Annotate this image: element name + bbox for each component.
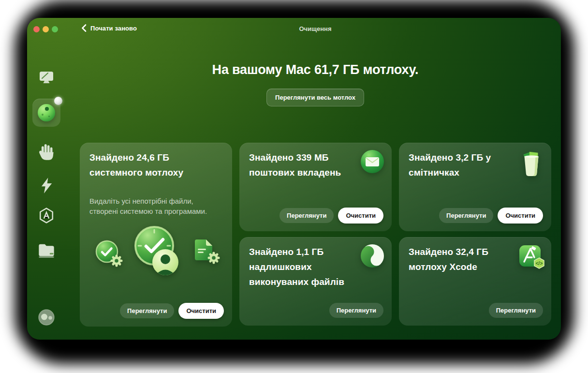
review-all-junk-button[interactable]: Переглянути весь мотлох xyxy=(266,89,364,106)
junk-summary-headline: На вашому Mac 61,7 ГБ мотлоху. xyxy=(70,62,561,77)
sidebar-item-cleanup-active[interactable] xyxy=(32,99,60,127)
clean-button[interactable]: Очистити xyxy=(178,303,224,319)
review-button[interactable]: Переглянути xyxy=(489,303,543,318)
applications-icon xyxy=(38,207,55,225)
mail-attachments-icon xyxy=(361,150,384,173)
clean-button[interactable]: Очистити xyxy=(338,208,383,224)
app-window: Почати заново Очищення На вашому Mac 61,… xyxy=(27,18,561,340)
card-mail-attachments[interactable]: Знайдено 339 МБ поштових вкладень Перегл… xyxy=(239,143,392,231)
sidebar-item-applications[interactable] xyxy=(38,207,55,225)
xcode-junk-icon: </> xyxy=(518,244,545,271)
review-button[interactable]: Переглянути xyxy=(439,208,493,223)
trash-bins-icon xyxy=(519,150,544,177)
card-universal-binaries[interactable]: Знайдено 1,1 ГБ надлишкових виконуваних … xyxy=(239,237,392,326)
hand-icon xyxy=(38,143,55,161)
card-description: Видаліть усі непотрібні файли, створені … xyxy=(89,196,222,216)
card-xcode-junk[interactable]: Знайдено 32,4 ГБ мотлоху Xcode xyxy=(399,237,551,326)
minimize-window-button[interactable] xyxy=(43,26,49,32)
zoom-window-button[interactable] xyxy=(52,26,58,32)
close-window-button[interactable] xyxy=(33,26,40,32)
notification-dot xyxy=(54,97,62,105)
sidebar-item-assistant[interactable] xyxy=(38,309,55,326)
sidebar-item-smart-care[interactable] xyxy=(38,69,55,87)
universal-binaries-icon xyxy=(361,244,384,268)
card-title: Знайдено 1,1 ГБ надлишкових виконуваних … xyxy=(249,244,353,289)
card-system-junk[interactable]: Знайдено 24,6 ГБ системного мотлоху Вида… xyxy=(80,143,232,327)
cleanup-sphere-icon xyxy=(38,104,55,121)
card-title: Знайдено 32,4 ГБ мотлоху Xcode xyxy=(409,244,513,274)
code-badge-label: </> xyxy=(536,261,543,266)
sidebar-item-protection[interactable] xyxy=(37,142,56,162)
lightning-icon xyxy=(39,177,54,194)
review-button[interactable]: Переглянути xyxy=(120,303,174,318)
card-title: Знайдено 24,6 ГБ системного мотлоху xyxy=(89,150,225,180)
sidebar-item-my-clutter[interactable] xyxy=(37,240,56,259)
review-button[interactable]: Переглянути xyxy=(279,208,334,223)
assistant-ball-icon xyxy=(38,309,55,326)
mac-display-icon xyxy=(38,70,55,86)
card-title: Знайдено 3,2 ГБ у смітничках xyxy=(409,150,517,180)
review-button[interactable]: Переглянути xyxy=(329,303,383,318)
card-title: Знайдено 339 МБ поштових вкладень xyxy=(249,150,358,180)
sidebar-item-performance[interactable] xyxy=(39,177,54,195)
clean-button[interactable]: Очистити xyxy=(498,208,543,224)
window-title: Очищення xyxy=(70,25,561,32)
card-trash-bins[interactable]: Знайдено 3,2 ГБ у смітничках Переглянути… xyxy=(399,143,551,231)
folder-icon xyxy=(37,241,56,258)
screenshot-stage: Почати заново Очищення На вашому Mac 61,… xyxy=(0,0,588,373)
user-avatar-icon xyxy=(152,249,178,275)
